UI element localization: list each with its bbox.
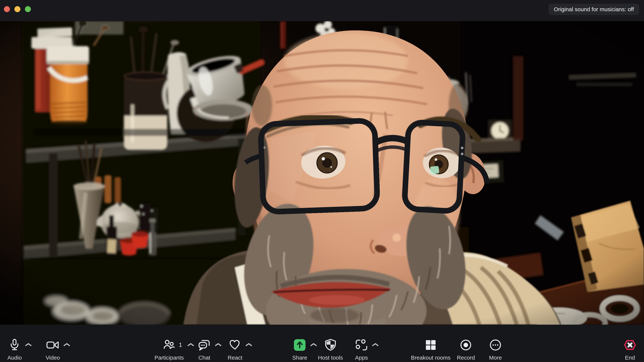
chat-icon [198, 338, 211, 352]
host-tools-button[interactable]: Host tools [318, 325, 343, 362]
share-button[interactable]: Share [292, 325, 307, 362]
record-icon [459, 338, 472, 352]
audio-button[interactable]: Audio [8, 325, 22, 362]
minimize-window-button[interactable] [14, 6, 20, 12]
record-button[interactable]: Record [457, 325, 475, 362]
chat-label: Chat [198, 355, 210, 361]
webcam-scene [0, 21, 644, 325]
chat-button[interactable]: Chat [198, 325, 211, 362]
share-screen-icon [293, 338, 306, 352]
record-label: Record [457, 355, 475, 361]
more-button[interactable]: More [489, 325, 502, 362]
end-meeting-icon [623, 338, 637, 352]
react-button[interactable]: React [228, 325, 242, 362]
breakout-rooms-button[interactable]: Breakout rooms [411, 325, 450, 362]
microphone-icon [8, 338, 21, 352]
video-menu-chevron[interactable] [64, 343, 70, 347]
participants-label: Participants [154, 355, 184, 361]
participants-icon [162, 338, 176, 352]
window-titlebar: Original sound for musicians: off [0, 0, 644, 21]
more-ellipsis-icon [489, 338, 502, 352]
window-controls [0, 0, 38, 19]
more-label: More [489, 355, 502, 361]
breakout-rooms-label: Breakout rooms [411, 355, 450, 361]
close-window-button[interactable] [4, 6, 10, 12]
vignette [0, 21, 644, 325]
breakout-rooms-icon [424, 338, 438, 352]
apps-icon [355, 338, 368, 352]
webcam-video [0, 21, 644, 325]
video-label: Video [46, 355, 60, 361]
end-meeting-button[interactable]: End [623, 325, 637, 362]
video-button[interactable]: Video [46, 325, 60, 362]
heart-icon [228, 338, 242, 352]
apps-label: Apps [355, 355, 368, 361]
host-tools-label: Host tools [318, 355, 343, 361]
audio-menu-chevron[interactable] [25, 343, 32, 347]
original-sound-status[interactable]: Original sound for musicians: off [548, 4, 639, 15]
audio-label: Audio [8, 355, 22, 361]
participants-menu-chevron[interactable] [188, 343, 194, 347]
react-menu-chevron[interactable] [246, 343, 252, 347]
shield-icon [324, 338, 337, 352]
apps-menu-chevron[interactable] [372, 343, 379, 347]
apps-button[interactable]: Apps [355, 325, 368, 362]
meeting-toolbar: Audio Video 1 Participan [0, 325, 644, 362]
zoom-window-button[interactable] [25, 6, 31, 12]
end-label: End [625, 355, 635, 361]
participants-button[interactable]: 1 Participants [154, 325, 184, 362]
camera-icon [46, 338, 60, 352]
chat-menu-chevron[interactable] [215, 343, 222, 347]
participants-count: 1 [179, 342, 182, 348]
share-menu-chevron[interactable] [310, 343, 317, 347]
share-label: Share [292, 355, 307, 361]
react-label: React [228, 355, 242, 361]
